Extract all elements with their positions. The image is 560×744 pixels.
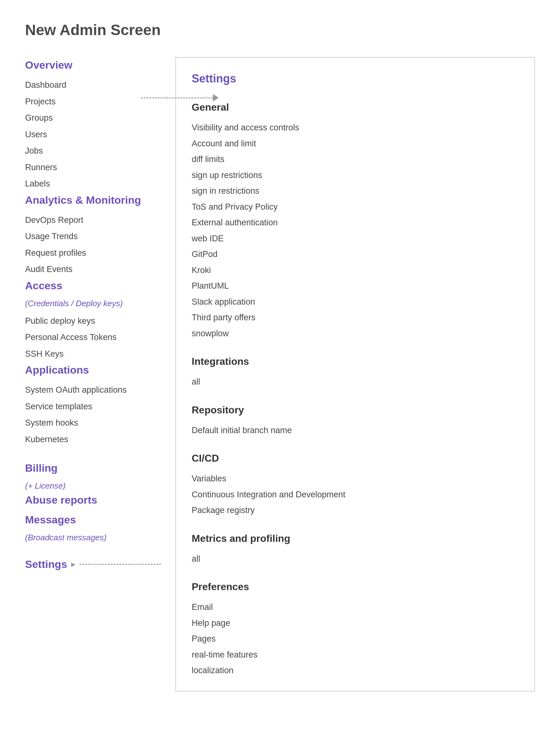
nav-request-profiles[interactable]: Request profiles [25, 245, 175, 261]
preferences-heading: Preferences [192, 579, 519, 594]
integrations-heading: Integrations [192, 354, 519, 369]
right-package-registry[interactable]: Package registry [192, 503, 519, 518]
section-analytics: Analytics & Monitoring DevOps Report Usa… [25, 192, 175, 278]
overview-heading: Overview [25, 57, 175, 73]
section-messages: Messages (Broadcast messages) [25, 512, 175, 544]
nav-public-deploy-keys[interactable]: Public deploy keys [25, 313, 175, 329]
section-billing: Billing (+ License) [25, 460, 175, 492]
right-plantuml[interactable]: PlantUML [192, 278, 519, 294]
right-help-page[interactable]: Help page [192, 615, 519, 631]
applications-heading: Applications [25, 362, 175, 378]
repository-heading: Repository [192, 402, 519, 417]
right-ci-dev[interactable]: Continuous Integration and Development [192, 487, 519, 503]
top-arrow-head [213, 94, 218, 102]
right-realtime[interactable]: real-time features [192, 647, 519, 663]
right-metrics-all[interactable]: all [192, 551, 519, 567]
right-account-limit[interactable]: Account and limit [192, 136, 519, 152]
right-integrations-all[interactable]: all [192, 374, 519, 390]
settings-title: Settings [192, 70, 519, 87]
access-subheading: (Credentials / Deploy keys) [25, 297, 175, 310]
right-localization[interactable]: localization [192, 663, 519, 678]
nav-users[interactable]: Users [25, 126, 175, 143]
settings-nav-label: Settings [25, 556, 67, 572]
section-applications: Applications System OAuth applications S… [25, 362, 175, 448]
general-heading: General [192, 100, 519, 115]
nav-audit-events[interactable]: Audit Events [25, 261, 175, 278]
analytics-heading: Analytics & Monitoring [25, 192, 175, 208]
right-signin-restrictions[interactable]: sign in restrictions [192, 183, 519, 199]
nav-jobs[interactable]: Jobs [25, 143, 175, 159]
messages-heading: Messages [25, 512, 175, 528]
settings-arrow-icon: ► [70, 559, 77, 570]
nav-system-oauth[interactable]: System OAuth applications [25, 382, 175, 398]
right-web-ide[interactable]: web IDE [192, 231, 519, 247]
right-slack[interactable]: Slack application [192, 294, 519, 310]
main-layout: Overview Dashboard Projects Groups Users… [25, 57, 535, 692]
right-default-branch[interactable]: Default initial branch name [192, 422, 519, 439]
nav-ssh-keys[interactable]: SSH Keys [25, 346, 175, 362]
nav-personal-access-tokens[interactable]: Personal Access Tokens [25, 329, 175, 346]
access-heading: Access [25, 278, 175, 294]
nav-groups[interactable]: Groups [25, 110, 175, 126]
right-snowplow[interactable]: snowplow [192, 326, 519, 342]
right-pages[interactable]: Pages [192, 631, 519, 647]
nav-kubernetes[interactable]: Kubernetes [25, 431, 175, 448]
right-panel: Settings General Visibility and access c… [175, 57, 535, 692]
nav-labels[interactable]: Labels [25, 176, 175, 192]
top-dashed-line [141, 98, 213, 99]
section-abuse: Abuse reports [25, 492, 175, 508]
nav-system-hooks[interactable]: System hooks [25, 415, 175, 431]
left-panel: Overview Dashboard Projects Groups Users… [25, 57, 175, 572]
page-title: New Admin Screen [25, 19, 535, 41]
section-overview: Overview Dashboard Projects Groups Users… [25, 57, 175, 192]
messages-subheading: (Broadcast messages) [25, 531, 175, 544]
right-tos-privacy[interactable]: ToS and Privacy Policy [192, 199, 519, 215]
nav-devops-report[interactable]: DevOps Report [25, 212, 175, 228]
billing-subheading: (+ License) [25, 480, 175, 492]
right-third-party[interactable]: Third party offers [192, 310, 519, 326]
section-access: Access (Credentials / Deploy keys) Publi… [25, 278, 175, 362]
cicd-heading: CI/CD [192, 451, 519, 466]
settings-nav-link[interactable]: Settings► [25, 556, 175, 572]
nav-runners[interactable]: Runners [25, 159, 175, 176]
top-connector-arrow [141, 94, 218, 102]
nav-service-templates[interactable]: Service templates [25, 398, 175, 415]
right-signup-restrictions[interactable]: sign up restrictions [192, 168, 519, 183]
nav-dashboard[interactable]: Dashboard [25, 77, 175, 94]
right-gitpod[interactable]: GitPod [192, 246, 519, 262]
nav-usage-trends[interactable]: Usage Trends [25, 228, 175, 245]
metrics-heading: Metrics and profiling [192, 531, 519, 546]
right-visibility[interactable]: Visibility and access controls [192, 120, 519, 136]
right-diff-limits[interactable]: diff limits [192, 151, 519, 168]
right-kroki[interactable]: Kroki [192, 262, 519, 278]
right-email[interactable]: Email [192, 599, 519, 615]
right-variables[interactable]: Variables [192, 471, 519, 487]
abuse-heading[interactable]: Abuse reports [25, 492, 175, 508]
right-external-auth[interactable]: External authentication [192, 215, 519, 231]
billing-heading: Billing [25, 460, 175, 476]
